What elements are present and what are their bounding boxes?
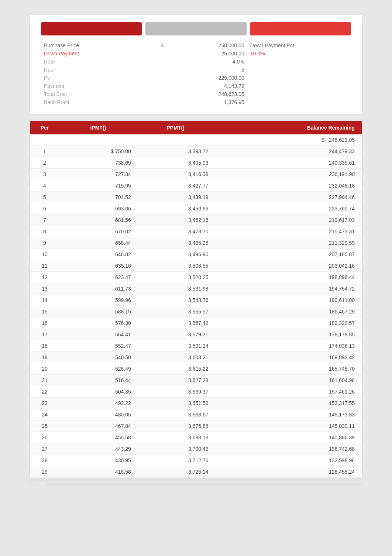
amortization-table: Per IPMT() PPMT() Balance Remaining $ 24… (30, 121, 362, 478)
cell-per: 7 (30, 214, 59, 226)
cell-ipmt: 599.96 (59, 295, 137, 306)
table-row: 26455.583,688.13140,886.39 (30, 432, 362, 443)
bankprofit-empty (115, 98, 166, 106)
table-row: 16576.303,567.42182,323.57 (30, 318, 362, 329)
cell-ppmt: 3,603.21 (137, 352, 214, 363)
summary-row-pv: Pv 225,000.00 (41, 74, 351, 82)
pv-extra (247, 74, 351, 82)
cell-per: 9 (30, 237, 59, 249)
cell-ipmt: 467.84 (59, 421, 137, 432)
totalcost-extra (247, 90, 351, 98)
cell-ppmt: 3,555.57 (137, 306, 214, 318)
purchase-price-value: 250,000.00 (166, 41, 247, 49)
cell-per: 2 (30, 157, 59, 169)
cell-ipmt: 681.56 (59, 214, 137, 226)
cell-balance: 161,604.98 (214, 375, 362, 386)
table-row: 9658.443,485.28211,329.59 (30, 237, 362, 249)
cell-per: 20 (30, 363, 59, 375)
table-row: 1$ 750.003,393.72244,479.33 (30, 146, 362, 157)
table-row: 20528.493,615.22165,748.70 (30, 363, 362, 375)
payment-label: Payment (41, 82, 115, 90)
initial-balance-empty2 (59, 134, 137, 146)
cell-ppmt: 3,567.42 (137, 318, 214, 329)
cell-ppmt: 3,712.76 (137, 455, 214, 466)
cell-ipmt: 715.95 (59, 180, 137, 192)
cell-balance: 145,030.11 (214, 421, 362, 432)
summary-header (41, 22, 351, 35)
header-block-1 (41, 22, 142, 35)
cell-ppmt: 3,591.24 (137, 340, 214, 352)
table-row: 4715.953,427.77232,048.18 (30, 180, 362, 192)
cell-ppmt: 3,627.28 (137, 375, 214, 386)
table-row: 3727.343,416.38236,191.90 (30, 169, 362, 180)
cell-balance: 223,760.74 (214, 203, 362, 214)
cell-per: 16 (30, 318, 59, 329)
cell-per: 27 (30, 443, 59, 455)
table-row: 7681.563,462.16219,617.03 (30, 214, 362, 226)
initial-balance-symbol: $ (321, 137, 324, 143)
table-row: 14599.963,543.76190,611.00 (30, 295, 362, 306)
cell-ipmt: 658.44 (59, 237, 137, 249)
table-row: 21516.443,627.28161,604.98 (30, 375, 362, 386)
cell-balance: 136,742.68 (214, 443, 362, 455)
cell-balance: 194,754.72 (214, 283, 362, 295)
cell-ppmt: 3,663.67 (137, 409, 214, 421)
cell-balance: 182,323.57 (214, 318, 362, 329)
payment-value: 4,143.72 (166, 82, 247, 90)
table-row: 2738.693,405.03240,335.61 (30, 157, 362, 169)
col-header-balance: Balance Remaining (214, 121, 362, 134)
cell-ipmt: 552.47 (59, 340, 137, 352)
summary-row-nper: Nper 5 (41, 66, 351, 74)
cell-balance: 207,185.87 (214, 249, 362, 260)
down-payment-symbol (115, 49, 166, 58)
cell-ppmt: 3,520.25 (137, 272, 214, 283)
rate-extra (247, 58, 351, 66)
cell-balance: 203,042.16 (214, 260, 362, 272)
table-row: 18552.473,591.24174,036.13 (30, 340, 362, 352)
cell-per: 15 (30, 306, 59, 318)
cell-per: 28 (30, 455, 59, 466)
cell-ipmt: 430.95 (59, 455, 137, 466)
cell-ipmt: 704.52 (59, 192, 137, 203)
cell-ipmt: 492.22 (59, 398, 137, 409)
cell-per: 10 (30, 249, 59, 260)
table-row: 8670.023,473.70215,473.31 (30, 226, 362, 237)
header-block-2 (145, 22, 246, 35)
down-payment-label: Down Payment (41, 49, 115, 58)
totalcost-empty (115, 90, 166, 98)
fade-row-1 (30, 478, 362, 482)
cell-per: 18 (30, 340, 59, 352)
cell-ipmt: 611.73 (59, 283, 137, 295)
cell-balance: 227,904.46 (214, 192, 362, 203)
cell-ppmt: 3,462.16 (137, 214, 214, 226)
initial-balance-value: $ 248,623.05 (214, 134, 362, 146)
cell-per: 25 (30, 421, 59, 432)
rate-empty (115, 58, 166, 66)
cell-ipmt: $ 750.00 (59, 146, 137, 157)
cell-balance: 198,898.44 (214, 272, 362, 283)
pv-empty (115, 74, 166, 82)
cell-ipmt: 540.50 (59, 352, 137, 363)
table-row: 15588.153,555.57186,467.29 (30, 306, 362, 318)
summary-row-totalcost: Total Cost 248,623.05 (41, 90, 351, 98)
cell-balance: 132,598.96 (214, 455, 362, 466)
cell-ppmt: 3,725.14 (137, 466, 214, 478)
header-block-3 (250, 22, 351, 35)
cell-balance: 169,892.42 (214, 352, 362, 363)
cell-ipmt: 443.29 (59, 443, 137, 455)
cell-per: 19 (30, 352, 59, 363)
cell-balance: 219,617.03 (214, 214, 362, 226)
cell-per: 4 (30, 180, 59, 192)
table-header-row: Per IPMT() PPMT() Balance Remaining (30, 121, 362, 134)
table-row: 5704.523,439.19227,904.46 (30, 192, 362, 203)
cell-per: 17 (30, 329, 59, 340)
table-row: 27443.293,700.43136,742.68 (30, 443, 362, 455)
nper-label: Nper (41, 66, 115, 74)
summary-row-purchase: Purchase Price $ 250,000.00 Down Payment… (41, 41, 351, 49)
table-row: 6693.063,450.66223,760.74 (30, 203, 362, 214)
cell-per: 3 (30, 169, 59, 180)
rate-value: 4.0% (166, 58, 247, 66)
cell-ppmt: 3,651.50 (137, 398, 214, 409)
cell-ppmt: 3,405.03 (137, 157, 214, 169)
initial-balance-amount: 248,623.05 (329, 137, 355, 143)
